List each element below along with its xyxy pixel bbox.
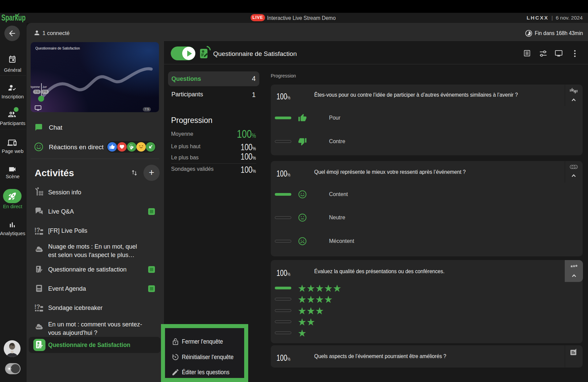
svg-text:!?: !?	[35, 303, 40, 310]
svg-text:abc: abc	[36, 248, 41, 251]
svg-text:abc: abc	[36, 326, 41, 329]
svg-text:!?: !?	[35, 226, 40, 233]
